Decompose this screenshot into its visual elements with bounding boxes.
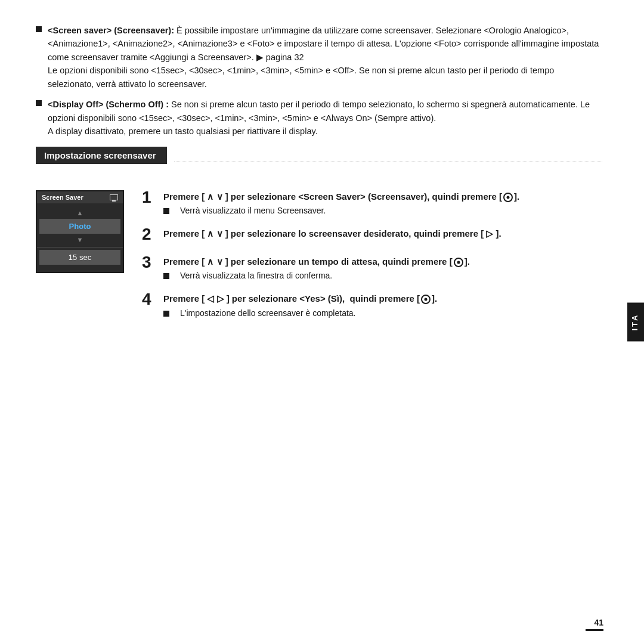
section-header-row: Impostazione screensaver [36, 147, 602, 177]
bullet-item-2: <Display Off> (Schermo Off) : Se non si … [36, 98, 602, 138]
main-content: Screen Saver ▲ Photo ▼ 15 sec 1 Premere … [36, 190, 602, 330]
page-container: ITA <Screen saver> (Screensaver): È poss… [0, 0, 644, 644]
step-main-3: Premere [ ∧ ∨ ] per selezionare un tempo… [163, 255, 602, 269]
screen-header-icon [110, 194, 118, 200]
screen-header-label: Screen Saver [42, 194, 83, 201]
step-number-1: 1 [142, 189, 163, 206]
step-number-3: 3 [142, 254, 163, 271]
step-sub-1: Verrà visualizzato il menu Screensaver. [163, 206, 602, 215]
step-main-4: Premere [ ◁ ▷ ] per selezionare <Yes> (S… [163, 292, 602, 306]
step-item-1: 1 Premere [ ∧ ∨ ] per selezionare <Scree… [142, 190, 602, 216]
screen-header: Screen Saver [37, 191, 123, 203]
section-header: Impostazione screensaver [36, 147, 167, 164]
step-number-4: 4 [142, 291, 163, 308]
bullet-bold-1: <Screen saver> (Screensaver): [48, 26, 174, 35]
step-content-4: Premere [ ◁ ▷ ] per selezionare <Yes> (S… [163, 292, 602, 318]
header-dotted-line [174, 162, 602, 162]
step-bullet-4 [163, 311, 169, 317]
step-main-1: Premere [ ∧ ∨ ] per selezionare <Screen … [163, 190, 602, 204]
step-bullet-3 [163, 273, 169, 279]
bullet-text-1: <Screen saver> (Screensaver): È possibil… [48, 24, 602, 91]
bullet-section: <Screen saver> (Screensaver): È possibil… [36, 24, 602, 138]
step-sub-4: L'impostazione dello screensaver è compl… [163, 308, 602, 318]
page-line [586, 629, 603, 631]
step-bullet-1 [163, 208, 169, 214]
step-number-2: 2 [142, 226, 163, 243]
bullet-icon-2 [36, 100, 42, 106]
bullet-text-2: <Display Off> (Schermo Off) : Se non si … [48, 98, 602, 138]
screen-time-row: 15 sec [39, 250, 120, 265]
step-content-1: Premere [ ∧ ∨ ] per selezionare <Screen … [163, 190, 602, 216]
step-sub-text-4: L'impostazione dello screensaver è compl… [180, 308, 356, 318]
step-item-4: 4 Premere [ ◁ ▷ ] per selezionare <Yes> … [142, 292, 602, 318]
bullet-bold-2: <Display Off> (Schermo Off) : [48, 100, 169, 109]
step-sub-text-1: Verrà visualizzato il menu Screensaver. [180, 206, 326, 215]
bullet-item-1: <Screen saver> (Screensaver): È possibil… [36, 24, 602, 91]
step-item-2: 2 Premere [ ∧ ∨ ] per selezionare lo scr… [142, 227, 602, 243]
ita-tab: ITA [627, 303, 644, 342]
screen-selected-row: Photo [39, 219, 120, 234]
step-sub-text-3: Verrà visualizzata la finestra di confer… [180, 271, 332, 280]
step-item-3: 3 Premere [ ∧ ∨ ] per selezionare un tem… [142, 255, 602, 281]
screen-body: ▲ Photo ▼ 15 sec [37, 203, 123, 272]
screen-arrow-down: ▼ [37, 235, 123, 244]
step-sub-3: Verrà visualizzata la finestra di confer… [163, 271, 602, 280]
page-number: 41 [594, 618, 603, 627]
step-content-3: Premere [ ∧ ∨ ] per selezionare un tempo… [163, 255, 602, 281]
bullet-icon-1 [36, 26, 42, 32]
step-content-2: Premere [ ∧ ∨ ] per selezionare lo scree… [163, 227, 602, 243]
screen-divider [37, 247, 123, 247]
steps-section: 1 Premere [ ∧ ∨ ] per selezionare <Scree… [142, 190, 602, 330]
screen-mockup: Screen Saver ▲ Photo ▼ 15 sec [36, 190, 124, 273]
screen-arrow-up: ▲ [37, 208, 123, 218]
step-main-2: Premere [ ∧ ∨ ] per selezionare lo scree… [163, 227, 602, 241]
